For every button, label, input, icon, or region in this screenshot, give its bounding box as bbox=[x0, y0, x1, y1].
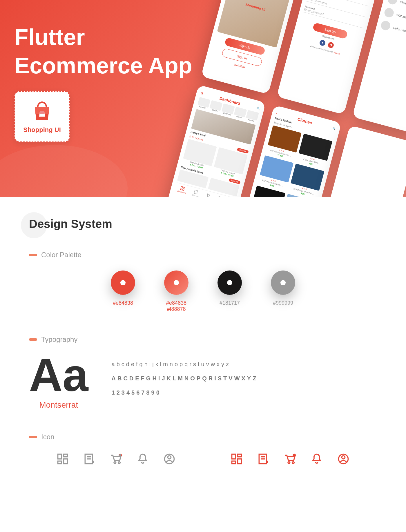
svg-point-30 bbox=[292, 462, 294, 464]
palette-heading: Color Palette bbox=[29, 251, 377, 259]
hero-title-line1: Flutter bbox=[14, 24, 85, 50]
bell-icon bbox=[136, 453, 149, 465]
icon-heading: Icon bbox=[29, 433, 377, 441]
type-digits: 1234567890 bbox=[112, 389, 258, 396]
dashboard-icon bbox=[230, 453, 243, 465]
cart-icon: 1 bbox=[110, 453, 122, 465]
svg-rect-9 bbox=[58, 454, 62, 459]
dashboard-icon bbox=[56, 453, 69, 465]
landing-not-now-link[interactable]: Not Now bbox=[234, 63, 246, 69]
tab-beauty[interactable]: Beauty bbox=[245, 110, 259, 123]
svg-text:1: 1 bbox=[119, 454, 121, 457]
svg-rect-22 bbox=[232, 454, 236, 459]
tab-home[interactable]: Home bbox=[233, 107, 247, 119]
type-lowercase: abcdefghijklmnopqrstuvwxyz bbox=[112, 361, 258, 368]
swatch-primary: #e84838 bbox=[111, 270, 135, 312]
profile-icon bbox=[163, 453, 176, 465]
tab-mobile[interactable]: Mobile bbox=[209, 100, 223, 113]
svg-rect-11 bbox=[64, 459, 68, 464]
mock-dashboard: ☰ Dashboard 🔍 Fashion Mobile Electronic … bbox=[164, 85, 266, 197]
icon-set-grey: 1 bbox=[56, 453, 176, 465]
hamburger-icon[interactable]: ☰ bbox=[200, 92, 203, 95]
cart-icon: 1 bbox=[284, 453, 296, 465]
nav-cart[interactable]: My Cart bbox=[204, 192, 211, 197]
svg-point-21 bbox=[168, 456, 171, 459]
typography-heading: Typography bbox=[29, 335, 377, 344]
swatch-gradient: #e84838 #f88878 bbox=[164, 270, 188, 312]
svg-rect-25 bbox=[232, 461, 236, 464]
typography-specimen: Aa Montserrat abcdefghijklmnopqrstuvwxyz… bbox=[29, 355, 377, 410]
facebook-icon[interactable]: f bbox=[319, 39, 326, 46]
brand-logo-text: Shopping UI bbox=[23, 126, 61, 134]
cat-girls-fashion[interactable]: Girl's Fashion bbox=[380, 20, 406, 45]
font-name: Montserrat bbox=[29, 400, 88, 410]
signup-signin-link[interactable]: Sign In bbox=[333, 51, 340, 55]
nav-wishlist[interactable]: Wish List bbox=[191, 189, 200, 197]
heading-dash-icon bbox=[29, 338, 37, 341]
svg-rect-2 bbox=[182, 189, 184, 191]
svg-point-16 bbox=[114, 462, 116, 464]
heading-dash-icon bbox=[29, 254, 37, 256]
shopping-bag-icon bbox=[30, 100, 54, 123]
svg-rect-23 bbox=[238, 454, 242, 457]
svg-point-17 bbox=[118, 462, 120, 464]
heading-dash-icon bbox=[29, 436, 37, 438]
svg-point-5 bbox=[207, 196, 208, 197]
search-icon[interactable]: 🔍 bbox=[332, 127, 336, 131]
svg-point-29 bbox=[288, 462, 290, 464]
svg-text:1: 1 bbox=[293, 454, 295, 457]
swatch-grey: #999999 bbox=[271, 270, 295, 312]
svg-rect-1 bbox=[183, 187, 184, 188]
swatch-dark: #181717 bbox=[217, 270, 242, 312]
wishlist-icon bbox=[257, 453, 270, 465]
tab-fashion[interactable]: Fashion bbox=[197, 97, 211, 110]
design-system-section: Design System Color Palette #e84838 #e84… bbox=[0, 197, 406, 483]
icon-set-accent: 1 bbox=[230, 453, 350, 465]
svg-rect-0 bbox=[181, 186, 183, 188]
nav-dashboard[interactable]: Dashboard bbox=[177, 185, 187, 194]
google-icon[interactable]: G bbox=[327, 41, 334, 48]
hero-banner: Flutter Ecommerce App Shopping UI Shoppi… bbox=[0, 0, 406, 197]
icon-specimen-row: 1 1 bbox=[29, 453, 377, 465]
search-icon[interactable]: 🔍 bbox=[257, 107, 260, 110]
bell-icon bbox=[310, 453, 323, 465]
product-2[interactable]: 4.5 ★Color Block Men ...₹650 bbox=[296, 134, 332, 169]
svg-rect-12 bbox=[58, 461, 62, 464]
product-4[interactable]: 4.5 ★Self Design Men Polo...₹850 bbox=[288, 164, 324, 197]
product-3[interactable]: 4.5 ★Full Sleeve Solid Men ...₹700 bbox=[258, 155, 293, 191]
svg-point-34 bbox=[342, 456, 345, 459]
palette-row: #e84838 #e84838 #f88878 #181717 #999999 bbox=[29, 270, 377, 312]
back-icon[interactable]: ‹ bbox=[276, 112, 277, 115]
brand-logo-card: Shopping UI bbox=[14, 91, 70, 142]
svg-rect-10 bbox=[64, 454, 68, 457]
svg-rect-24 bbox=[238, 459, 242, 464]
product-1[interactable]: 4.5 ★Full Sleeve Solid Men ...₹1230 bbox=[266, 125, 302, 161]
wishlist-icon bbox=[83, 453, 96, 465]
hero-title: Flutter Ecommerce App bbox=[14, 23, 217, 80]
type-uppercase: ABCDEFGHIJKLMNOPQRISTVWXYZ bbox=[112, 375, 258, 382]
profile-icon bbox=[337, 453, 350, 465]
svg-rect-3 bbox=[180, 189, 182, 190]
tab-electronic[interactable]: Electronic bbox=[221, 104, 235, 116]
design-system-title: Design System bbox=[29, 217, 377, 230]
hero-title-line2: Ecommerce App bbox=[14, 53, 192, 78]
type-glyph: Aa bbox=[29, 355, 88, 395]
